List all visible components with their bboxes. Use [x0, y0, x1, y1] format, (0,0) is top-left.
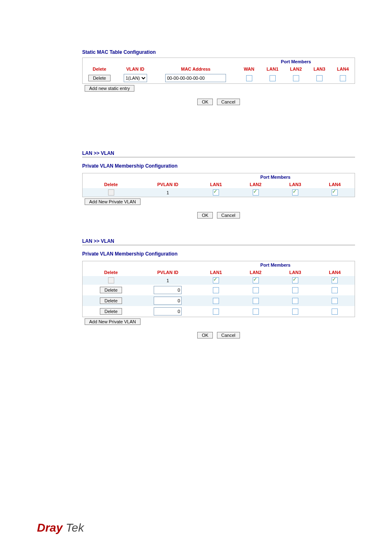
wan-checkbox[interactable]	[246, 75, 252, 81]
pvlan-row-delete-checkbox	[108, 277, 114, 283]
pvlan2-cancel-button[interactable]: Cancel	[217, 332, 240, 339]
pvlan-lan1-checkbox[interactable]	[213, 287, 219, 293]
pvlan-lan3-checkbox[interactable]	[292, 287, 298, 293]
pvlan-id-cell: 1	[139, 276, 196, 285]
port-members-header: Port Members	[238, 58, 355, 65]
pvlan-id-input[interactable]	[154, 297, 182, 305]
static-ok-button[interactable]: OK	[197, 99, 213, 105]
add-private-vlan-button[interactable]: Add New Private VLAN	[85, 318, 141, 325]
pvlan2-ok-button[interactable]: OK	[197, 332, 213, 339]
port-members-header: Port Members	[196, 173, 355, 181]
breadcrumb: LAN >> VLAN	[82, 238, 355, 245]
pvlan1-title: Private VLAN Membership Configuration	[82, 163, 355, 169]
pvlan1-lan1-checkbox[interactable]	[213, 189, 219, 196]
pvlan-lan2-checkbox[interactable]	[253, 277, 259, 283]
pvlan-lan4-checkbox[interactable]	[332, 277, 338, 283]
pvlan2-title: Private VLAN Membership Configuration	[82, 251, 355, 257]
pvlan-lan2-checkbox[interactable]	[253, 287, 259, 293]
col-vlan-id: VLAN ID	[116, 65, 154, 73]
pvlan-lan4-checkbox[interactable]	[332, 287, 338, 293]
pvlan-row-delete-button[interactable]: Delete	[100, 297, 122, 304]
col-mac: MAC Address	[154, 65, 237, 73]
pvlan-lan3-checkbox[interactable]	[292, 277, 298, 283]
col-lan2: LAN2	[236, 181, 275, 188]
static-cancel-button[interactable]: Cancel	[217, 99, 240, 105]
col-pvlan-id: PVLAN ID	[139, 269, 196, 276]
col-pvlan-id: PVLAN ID	[139, 181, 196, 188]
pvlan-lan1-checkbox[interactable]	[213, 277, 219, 283]
pvlan1-ok-button[interactable]: OK	[197, 212, 213, 219]
pvlan-lan3-checkbox[interactable]	[292, 298, 298, 304]
col-lan4: LAN4	[315, 269, 355, 276]
col-lan2: LAN2	[284, 65, 308, 73]
port-members-header: Port Members	[196, 261, 355, 269]
col-delete: Delete	[83, 269, 139, 276]
pvlan-lan1-checkbox[interactable]	[213, 309, 219, 315]
col-lan3: LAN3	[275, 269, 315, 276]
brand-logo: Dray Tek	[37, 521, 84, 534]
pvlan-lan4-checkbox[interactable]	[332, 309, 338, 315]
mac-address-input[interactable]	[165, 74, 226, 82]
pvlan-id-input[interactable]	[154, 307, 182, 315]
col-lan3: LAN3	[308, 65, 331, 73]
pvlan-id-input[interactable]	[154, 286, 182, 294]
pvlan-row-delete-button[interactable]: Delete	[100, 287, 122, 293]
pvlan1-lan3-checkbox[interactable]	[292, 189, 298, 196]
breadcrumb: LAN >> VLAN	[82, 150, 355, 157]
pvlan-lan4-checkbox[interactable]	[332, 298, 338, 304]
pvlan-row-delete-button[interactable]: Delete	[100, 308, 122, 315]
col-lan1: LAN1	[261, 65, 284, 73]
static-row-delete-button[interactable]: Delete	[88, 75, 111, 81]
col-lan3: LAN3	[275, 181, 315, 188]
pvlan1-id-cell: 1	[139, 188, 196, 197]
col-lan2: LAN2	[236, 269, 275, 276]
pvlan1-cancel-button[interactable]: Cancel	[217, 212, 240, 219]
lan2-checkbox[interactable]	[293, 75, 299, 81]
col-lan1: LAN1	[196, 181, 236, 188]
pvlan1-lan2-checkbox[interactable]	[253, 189, 259, 196]
col-delete: Delete	[83, 181, 139, 188]
pvlan1-delete-checkbox	[108, 189, 114, 196]
col-lan4: LAN4	[315, 181, 355, 188]
pvlan-lan3-checkbox[interactable]	[292, 309, 298, 315]
col-delete: Delete	[83, 65, 116, 73]
lan4-checkbox[interactable]	[340, 75, 346, 81]
col-lan1: LAN1	[196, 269, 236, 276]
pvlan1-lan4-checkbox[interactable]	[332, 189, 338, 196]
add-private-vlan-button[interactable]: Add New Private VLAN	[85, 198, 141, 205]
static-mac-title: Static MAC Table Configuration	[82, 49, 355, 55]
pvlan-lan2-checkbox[interactable]	[253, 309, 259, 315]
vlan-id-select[interactable]: 1(LAN)	[124, 74, 147, 82]
lan1-checkbox[interactable]	[270, 75, 276, 81]
lan3-checkbox[interactable]	[316, 75, 323, 81]
pvlan-lan2-checkbox[interactable]	[253, 298, 259, 304]
pvlan-lan1-checkbox[interactable]	[213, 298, 219, 304]
col-lan4: LAN4	[331, 65, 355, 73]
add-static-entry-button[interactable]: Add new static entry	[85, 85, 134, 92]
col-wan: WAN	[238, 65, 261, 73]
